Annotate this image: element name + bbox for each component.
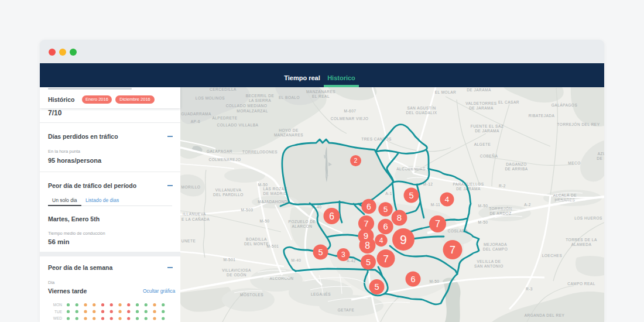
svg-text:9: 9 (364, 231, 368, 241)
svg-text:M-501: M-501 (267, 244, 279, 248)
svg-text:M-40: M-40 (292, 258, 302, 262)
svg-text:MORILLO: MORILLO (181, 185, 201, 189)
svg-text:MÓSTOLES: MÓSTOLES (240, 292, 263, 297)
svg-text:LOS MOLINOS: LOS MOLINOS (196, 96, 225, 100)
svg-text:POZUELO DE: POZUELO DE (289, 220, 316, 224)
svg-text:LOECHES: LOECHES (542, 254, 563, 258)
svg-text:TORRES DE LA: TORRES DE LA (566, 238, 597, 242)
svg-text:DE ODÓN: DE ODÓN (227, 272, 246, 277)
svg-text:A-2: A-2 (524, 203, 531, 207)
svg-text:VILLAVICIOSA: VILLAVICIOSA (222, 268, 251, 272)
svg-text:DEL GUADALIX: DEL GUADALIX (406, 111, 437, 115)
svg-text:6: 6 (383, 222, 388, 231)
svg-text:6: 6 (329, 211, 334, 221)
svg-text:TUE: TUE (54, 310, 63, 314)
svg-text:TORREJÓN: TORREJÓN (489, 206, 512, 211)
svg-text:GALÁPAGOS: GALÁPAGOS (551, 102, 578, 107)
svg-text:5: 5 (383, 205, 388, 214)
svg-text:7: 7 (435, 218, 440, 229)
svg-text:BECERRIL DE: BECERRIL DE (246, 94, 275, 98)
svg-text:LAS ROZAS: LAS ROZAS (263, 187, 287, 191)
svg-text:COLMENAR VIEJO: COLMENAR VIEJO (331, 117, 368, 121)
svg-text:M-607: M-607 (344, 109, 357, 113)
svg-text:SAN AGUSTÍN: SAN AGUSTÍN (407, 105, 436, 110)
svg-text:LOS HUEROS: LOS HUEROS (574, 216, 602, 220)
svg-text:6: 6 (410, 275, 415, 284)
svg-text:5: 5 (318, 248, 323, 257)
svg-text:LEGANÉS: LEGANÉS (311, 292, 331, 296)
svg-text:M-50: M-50 (260, 219, 270, 223)
svg-text:M-50: M-50 (478, 220, 488, 224)
svg-text:MEJORADA: MEJORADA (484, 242, 507, 246)
svg-text:LA SIERRA: LA SIERRA (249, 98, 271, 102)
svg-text:COLMENAREJO: COLMENAREJO (209, 157, 241, 162)
svg-text:DE ARRIBA: DE ARRIBA (505, 167, 527, 171)
svg-text:ALGETE: ALGETE (474, 142, 491, 146)
svg-text:ARGANDA DEL REY: ARGANDA DEL REY (525, 313, 565, 317)
svg-text:M-503: M-503 (241, 208, 254, 212)
svg-text:5: 5 (366, 258, 371, 267)
svg-text:ALAMEDA: ALAMEDA (571, 242, 592, 246)
svg-text:4: 4 (379, 237, 383, 245)
svg-text:CERCEDILLA: CERCEDILLA (210, 87, 237, 91)
svg-text:M-50: M-50 (430, 279, 440, 283)
svg-text:FUENTE EL SAZ: FUENTE EL SAZ (471, 124, 503, 128)
svg-text:EL REAL: EL REAL (312, 94, 330, 98)
svg-text:VELILLA DE: VELILLA DE (477, 259, 501, 263)
svg-text:6: 6 (366, 202, 371, 211)
svg-text:4: 4 (445, 195, 450, 204)
svg-text:M-50: M-50 (258, 183, 268, 187)
svg-text:5: 5 (409, 191, 413, 200)
svg-text:TRES CANTOS: TRES CANTOS (361, 137, 392, 141)
svg-text:GUADARRAMA: GUADARRAMA (181, 112, 211, 116)
svg-text:MON: MON (53, 303, 62, 307)
svg-text:WED: WED (53, 316, 62, 320)
svg-text:M-11: M-11 (431, 203, 440, 207)
svg-text:A-1: A-1 (385, 191, 392, 196)
svg-text:8: 8 (365, 241, 370, 251)
svg-text:PARACUELLOS: PARACUELLOS (453, 182, 484, 186)
svg-text:M-50: M-50 (478, 204, 488, 208)
svg-text:7: 7 (383, 253, 389, 265)
svg-text:MANZANARES: MANZANARES (306, 90, 335, 94)
svg-text:9: 9 (400, 233, 407, 247)
svg-text:5: 5 (374, 282, 379, 292)
svg-text:EL MOLAR: EL MOLAR (435, 90, 457, 94)
svg-text:7: 7 (450, 244, 455, 256)
svg-text:MAJADAHONDA: MAJADAHONDA (258, 200, 290, 204)
svg-text:GETAFE: GETAFE (338, 308, 355, 312)
svg-text:R-2: R-2 (499, 184, 506, 188)
svg-text:3: 3 (341, 251, 345, 259)
svg-text:2: 2 (354, 157, 358, 164)
svg-text:M-501: M-501 (224, 258, 236, 262)
svg-text:GALAPAGAR: GALAPAGAR (207, 149, 232, 153)
svg-text:R-3: R-3 (526, 287, 533, 291)
svg-text:8: 8 (397, 213, 402, 222)
svg-text:MECO: MECO (568, 161, 581, 165)
svg-text:COBEÑA: COBEÑA (480, 153, 498, 158)
svg-text:EL BOALO: EL BOALO (279, 95, 300, 100)
svg-text:ILLANUEVA: ILLANUEVA (183, 212, 206, 216)
svg-text:E LA CAÑADA: E LA CAÑADA (181, 217, 210, 221)
svg-text:SAN ANTONIO: SAN ANTONIO (474, 264, 503, 268)
svg-text:COLLADO MEDIANO: COLLADO MEDIANO (226, 104, 268, 108)
svg-text:ALCORCÓN: ALCORCÓN (270, 276, 294, 280)
svg-text:UNETE: UNETE (181, 239, 196, 243)
svg-text:RIBATEJADA: RIBATEJADA (529, 114, 555, 118)
svg-text:EL CASAR: EL CASAR (498, 100, 519, 104)
svg-text:TORREJÓN DEL REY: TORREJÓN DEL REY (557, 122, 600, 126)
svg-text:DEL CAMPO: DEL CAMPO (483, 247, 508, 251)
svg-text:VILLANUEVA: VILLANUEVA (215, 188, 242, 192)
svg-text:MORALZARZAL: MORALZARZAL (237, 109, 268, 113)
svg-text:BOADILLA: BOADILLA (246, 237, 267, 241)
svg-text:HOYO DE: HOYO DE (279, 128, 299, 132)
svg-text:DE JARAMA: DE JARAMA (475, 129, 499, 133)
svg-text:DE JARAMA: DE JARAMA (469, 106, 494, 110)
svg-text:DE ARDOZ: DE ARDOZ (489, 211, 511, 215)
svg-text:DE MADRID: DE MADRID (263, 191, 287, 196)
svg-text:DAGANZO: DAGANZO (506, 162, 527, 166)
svg-text:AZU: AZU (598, 152, 604, 156)
svg-text:A-42: A-42 (347, 259, 356, 263)
svg-text:ALPEDRETE: ALPEDRETE (212, 116, 237, 120)
svg-text:DE JARAMA: DE JARAMA (467, 88, 491, 92)
